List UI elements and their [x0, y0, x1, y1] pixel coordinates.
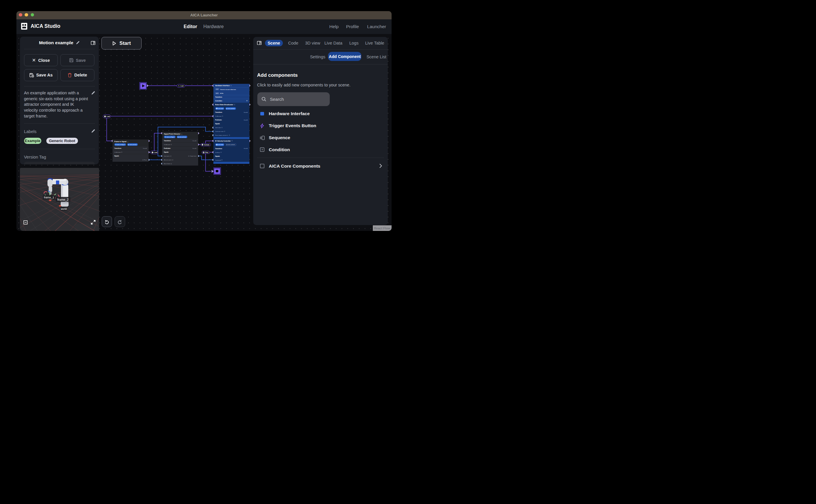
svg-text:?: ? — [261, 148, 263, 151]
